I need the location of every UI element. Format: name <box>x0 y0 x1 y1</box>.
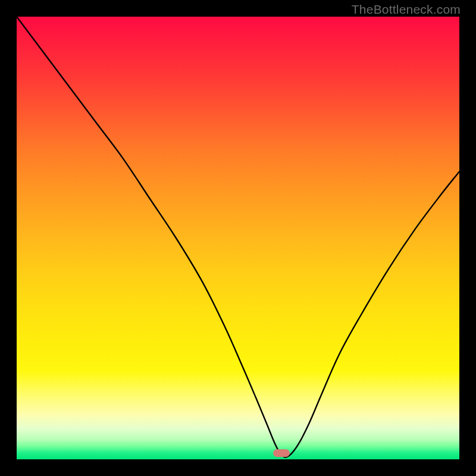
bottleneck-curve <box>17 17 459 459</box>
plot-area <box>17 17 459 459</box>
optimal-marker <box>273 449 290 457</box>
chart-frame: TheBottleneck.com <box>0 0 476 476</box>
watermark-text: TheBottleneck.com <box>352 2 461 17</box>
